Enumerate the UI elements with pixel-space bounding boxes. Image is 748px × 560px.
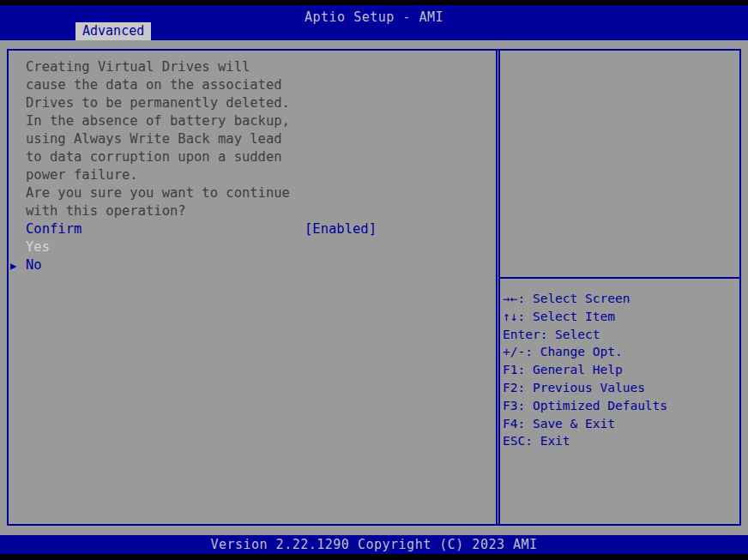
- description-line: Creating Virtual Drives will: [26, 58, 496, 76]
- main-panel: Creating Virtual Drives will cause the d…: [7, 49, 741, 526]
- description-line: cause the data on the associated: [26, 76, 496, 94]
- option-confirm-value[interactable]: [Enabled]: [305, 220, 377, 238]
- choice-no-label: No: [26, 257, 42, 273]
- choice-yes-label: Yes: [26, 239, 50, 255]
- help-item: F1: General Help: [503, 361, 739, 379]
- help-item: Enter: Select: [503, 326, 739, 344]
- key-legend: →←: Select Screen ↑↓: Select Item Enter:…: [500, 279, 739, 450]
- selection-pointer-icon: ▶: [10, 257, 16, 275]
- help-item: ↑↓: Select Item: [503, 308, 739, 326]
- description-line: In the absence of battery backup,: [26, 112, 496, 130]
- choice-no[interactable]: ▶ No: [26, 256, 496, 274]
- description-line: Drives to be permanently deleted.: [26, 94, 496, 112]
- help-item: +/-: Change Opt.: [503, 343, 739, 361]
- help-item: →←: Select Screen: [503, 290, 739, 308]
- version-text: Version 2.22.1290 Copyright (C) 2023 AMI: [210, 537, 537, 552]
- choice-yes[interactable]: Yes: [26, 238, 496, 256]
- description-line: with this operation?: [26, 202, 496, 220]
- bios-screen: { "header": { "title": "Aptio Setup - AM…: [0, 0, 748, 560]
- content-area: Creating Virtual Drives will cause the d…: [0, 40, 748, 535]
- tab-advanced[interactable]: Advanced: [75, 22, 151, 40]
- help-pane: →←: Select Screen ↑↓: Select Item Enter:…: [498, 51, 739, 524]
- footer-band: Version 2.22.1290 Copyright (C) 2023 AMI: [0, 535, 748, 554]
- description-line: power failure.: [26, 166, 496, 184]
- description-line: using Always Write Back may lead: [26, 130, 496, 148]
- option-confirm-label: Confirm: [26, 221, 81, 237]
- option-confirm[interactable]: Confirm [Enabled]: [26, 220, 496, 238]
- help-item: F4: Save & Exit: [503, 415, 739, 433]
- description-line: Are you sure you want to continue: [26, 184, 496, 202]
- item-help-area: [500, 51, 739, 277]
- help-item: ESC: Exit: [503, 432, 739, 450]
- help-item: F2: Previous Values: [503, 379, 739, 397]
- description-line: to data corruption upon a sudden: [26, 148, 496, 166]
- options-pane: Creating Virtual Drives will cause the d…: [9, 51, 498, 524]
- help-item: F3: Optimized Defaults: [503, 397, 739, 415]
